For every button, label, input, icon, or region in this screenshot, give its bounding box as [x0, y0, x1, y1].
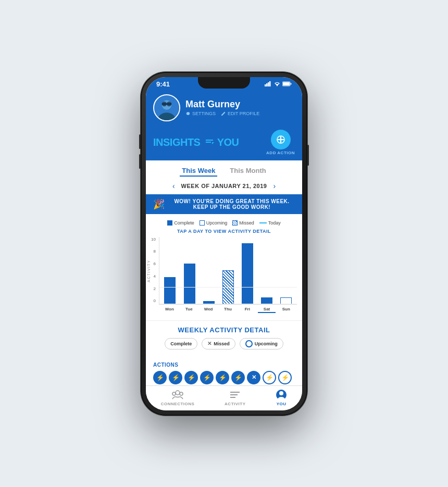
x-label-mon: Mon — [161, 307, 178, 313]
x-label-wed: Wed — [200, 307, 217, 313]
filter-missed-label: Missed — [214, 341, 230, 346]
bar-mon-fill — [164, 277, 176, 304]
action-icon-9[interactable]: ⚡ — [278, 371, 292, 384]
filter-missed[interactable]: ✕ Missed — [202, 338, 235, 349]
x-label-tue: Tue — [180, 307, 197, 313]
week-next-btn[interactable]: › — [273, 182, 276, 190]
svg-rect-25 — [230, 397, 235, 398]
svg-rect-3 — [269, 81, 271, 86]
notch — [198, 77, 250, 89]
bar-wed-fill — [203, 301, 215, 304]
bar-sun[interactable] — [278, 237, 295, 304]
filter-upcoming[interactable]: Upcoming — [240, 338, 283, 349]
bar-thu-fill — [222, 270, 234, 304]
actions-section: ACTIONS ⚡ ⚡ ⚡ ⚡ ⚡ ⚡ ✕ ⚡ ⚡ ⚡ ⚡ ⚡ — [146, 360, 302, 385]
volume-down-btn[interactable] — [139, 154, 141, 169]
gear-icon — [185, 111, 191, 116]
bar-mon[interactable] — [161, 237, 179, 304]
detail-filters: Complete ✕ Missed Upcoming — [153, 338, 295, 349]
status-time: 9:41 — [156, 80, 170, 88]
bar-sat[interactable] — [258, 237, 276, 304]
y-axis: 10 8 6 4 2 0 — [151, 237, 159, 315]
battery-icon — [282, 81, 292, 86]
add-action-circle — [271, 130, 291, 149]
action-icon-8[interactable]: ⚡ — [263, 371, 276, 384]
action-icon-4[interactable]: ⚡ — [200, 371, 214, 384]
filter-complete-label: Complete — [170, 341, 192, 346]
action-icon-x[interactable]: ✕ — [247, 371, 260, 384]
action-icon-2[interactable]: ⚡ — [169, 371, 182, 384]
bar-wed[interactable] — [200, 237, 217, 304]
add-action-btn[interactable]: ADD ACTION — [266, 130, 295, 155]
svg-point-4 — [277, 85, 278, 86]
upcoming-color-swatch — [200, 220, 205, 226]
nav-you-label: YOU — [277, 402, 287, 406]
bar-fri[interactable] — [239, 237, 256, 304]
you-icon — [276, 389, 287, 401]
chart-area: Mon Tue Wed Thu Fri Sat Sun — [159, 237, 297, 315]
svg-rect-0 — [265, 84, 266, 86]
bar-tue-fill — [184, 264, 195, 304]
profile-header: Matt Gurney SETTINGS EDIT PROFILE — [146, 90, 302, 127]
profile-actions: SETTINGS EDIT PROFILE — [185, 111, 295, 116]
main-content: This Week This Month ‹ WEEK OF JANUARY 2… — [146, 160, 302, 385]
power-btn[interactable] — [307, 145, 309, 166]
legend-missed: Missed — [232, 220, 254, 226]
svg-rect-1 — [266, 83, 268, 86]
x-labels: Mon Tue Wed Thu Fri Sat Sun — [159, 305, 297, 313]
confetti-icon: 🎉 — [153, 198, 165, 210]
avatar — [153, 94, 180, 121]
legend-today: Today — [259, 220, 281, 226]
legend-upcoming: Upcoming — [200, 220, 228, 226]
activity-icon — [229, 389, 241, 401]
action-icon-1[interactable]: ⚡ — [153, 371, 167, 384]
action-icon-6[interactable]: ⚡ — [231, 371, 245, 384]
settings-btn[interactable]: SETTINGS — [185, 111, 216, 116]
week-nav: ‹ WEEK OF JANUARY 21, 2019 › — [146, 180, 302, 192]
svg-marker-16 — [212, 142, 214, 144]
chart-legend: Complete Upcoming Missed Today — [146, 216, 302, 228]
signal-icon — [265, 81, 272, 86]
edit-profile-btn[interactable]: EDIT PROFILE — [221, 111, 259, 116]
nav-you[interactable]: YOU — [276, 389, 287, 406]
filter-upcoming-label: Upcoming — [255, 341, 278, 346]
insights-logo: INSIGHTS YOU — [153, 136, 239, 148]
week-prev-btn[interactable]: ‹ — [172, 182, 175, 190]
x-label-sat: Sat — [258, 307, 275, 313]
svg-point-21 — [172, 392, 176, 395]
for-text — [205, 140, 216, 147]
bar-thu[interactable] — [219, 237, 237, 304]
volume-up-btn[interactable] — [139, 134, 141, 149]
svg-rect-24 — [230, 394, 238, 395]
nav-activity[interactable]: ACTIVITY — [225, 389, 245, 406]
motivation-text: WOW! YOU'RE DOING GREAT THIS WEEK. KEEP … — [169, 198, 295, 210]
actions-label: ACTIONS — [153, 362, 295, 368]
svg-point-20 — [176, 391, 180, 395]
today-color-swatch — [259, 222, 267, 223]
actions-icons: ⚡ ⚡ ⚡ ⚡ ⚡ ⚡ ✕ ⚡ ⚡ ⚡ ⚡ ⚡ — [153, 371, 295, 385]
svg-rect-18 — [278, 139, 284, 140]
settings-label: SETTINGS — [192, 111, 216, 116]
action-icon-3[interactable]: ⚡ — [184, 371, 198, 384]
tab-this-week[interactable]: This Week — [180, 166, 217, 177]
action-icon-5[interactable]: ⚡ — [216, 371, 229, 384]
nav-activity-label: ACTIVITY — [225, 402, 245, 406]
connections-icon — [172, 389, 183, 401]
svg-rect-13 — [162, 103, 171, 104]
week-nav-label: WEEK OF JANUARY 21, 2019 — [181, 183, 267, 189]
nav-connections[interactable]: CONNECTIONS — [161, 389, 195, 406]
profile-name: Matt Gurney — [185, 99, 295, 110]
bar-sat-fill — [261, 297, 272, 304]
bar-chart: ACTIVITY 10 8 6 4 2 0 — [146, 237, 302, 320]
plus-icon — [276, 135, 285, 144]
bar-tue[interactable] — [181, 237, 198, 304]
bar-sun-fill — [280, 297, 292, 304]
svg-rect-7 — [291, 83, 292, 85]
filter-complete[interactable]: Complete — [165, 338, 197, 349]
missed-color-swatch — [232, 220, 238, 226]
svg-rect-23 — [230, 392, 240, 393]
phone-frame: 9:41 — [141, 72, 307, 416]
weekly-detail-title: WEEKLY ACTIVITY DETAIL — [153, 326, 295, 334]
tab-this-month[interactable]: This Month — [228, 166, 268, 177]
bar-fri-fill — [242, 243, 253, 304]
